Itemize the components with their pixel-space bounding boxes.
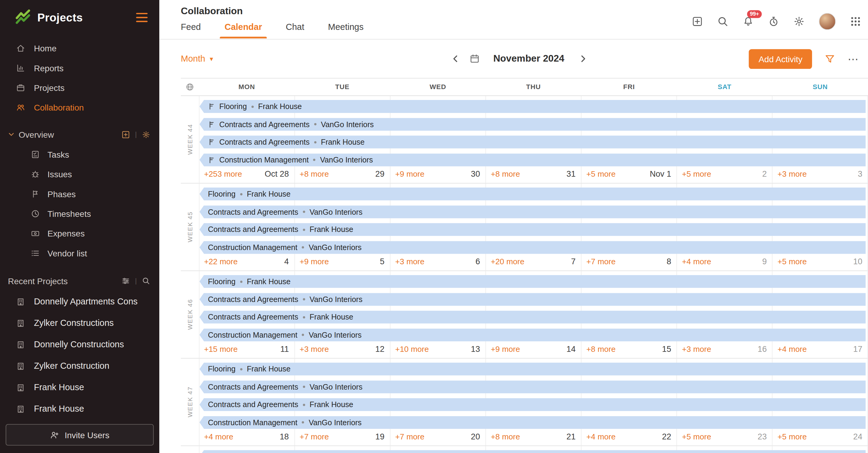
more-events-link[interactable]: +20 more <box>491 257 524 266</box>
event-bar[interactable]: Construction ManagementVanGo Interiors <box>199 416 866 429</box>
day-cell[interactable]: +253 moreOct 28 <box>199 167 294 182</box>
recent-project-donnelly-constructions[interactable]: Donnelly Constructions <box>0 334 159 355</box>
add-activity-button[interactable]: Add Activity <box>749 49 812 69</box>
more-events-link[interactable]: +5 more <box>586 169 616 179</box>
more-events-link[interactable]: +7 more <box>586 257 616 266</box>
more-events-link[interactable]: +7 more <box>395 432 425 441</box>
timezone-globe-icon[interactable] <box>185 83 194 92</box>
event-bar[interactable]: Contracts and AgreementsFrank House <box>199 398 866 411</box>
event-bar[interactable]: Construction ManagementVanGo Interiors <box>199 328 866 341</box>
overview-item-tasks[interactable]: Tasks <box>0 145 159 164</box>
overview-item-vendor-list[interactable]: Vendor list <box>0 244 159 263</box>
view-selector[interactable]: Month ▼ <box>181 54 214 64</box>
day-cell[interactable]: +4 more22 <box>581 429 677 444</box>
overview-settings-icon[interactable] <box>142 130 150 139</box>
event-bar[interactable]: FlooringFrank House <box>199 450 866 453</box>
tab-feed[interactable]: Feed <box>181 22 201 38</box>
sidebar-item-projects[interactable]: Projects <box>0 78 159 98</box>
event-bar[interactable]: FlooringFrank House <box>199 100 866 113</box>
user-avatar[interactable] <box>819 13 836 30</box>
previous-month-icon[interactable] <box>450 54 461 64</box>
day-cell[interactable]: +8 more29 <box>294 167 390 182</box>
day-cell[interactable]: +3 more12 <box>294 342 390 356</box>
recent-project-zylker-construction[interactable]: Zylker Construction <box>0 355 159 377</box>
event-bar[interactable]: Construction ManagementVanGo Interiors <box>199 241 866 254</box>
more-events-link[interactable]: +8 more <box>491 432 520 441</box>
more-events-link[interactable]: +7 more <box>300 432 329 441</box>
day-cell[interactable]: +15 more11 <box>199 342 294 356</box>
more-events-link[interactable]: +4 more <box>204 432 233 441</box>
more-events-link[interactable]: +9 more <box>491 345 520 354</box>
recent-project-frank-house[interactable]: Frank House <box>0 377 159 398</box>
more-events-link[interactable]: +5 more <box>682 432 711 441</box>
day-cell[interactable]: +5 moreNov 1 <box>581 167 677 182</box>
search-icon[interactable] <box>717 16 728 27</box>
more-events-link[interactable]: +4 more <box>778 345 807 354</box>
sidebar-item-reports[interactable]: Reports <box>0 58 159 78</box>
day-cell[interactable]: +7 more20 <box>390 429 486 444</box>
timer-icon[interactable] <box>768 16 779 27</box>
tab-calendar[interactable]: Calendar <box>224 22 262 38</box>
next-month-icon[interactable] <box>578 54 588 64</box>
filter-sliders-icon[interactable] <box>122 276 130 285</box>
day-cell[interactable]: +4 more9 <box>677 254 772 269</box>
day-cell[interactable]: +4 more18 <box>199 429 294 444</box>
tab-chat[interactable]: Chat <box>286 22 304 38</box>
notifications-bell-icon[interactable]: 99+ <box>743 16 754 27</box>
day-cell[interactable]: +7 more19 <box>294 429 390 444</box>
day-cell[interactable]: +9 more30 <box>390 167 486 182</box>
sidebar-item-home[interactable]: Home <box>0 38 159 58</box>
more-events-link[interactable]: +8 more <box>586 345 616 354</box>
tab-meetings[interactable]: Meetings <box>328 22 364 38</box>
recent-project-frank-house[interactable]: Frank House <box>0 398 159 419</box>
day-cell[interactable]: +5 more10 <box>773 254 868 269</box>
day-cell[interactable]: +8 more31 <box>486 167 581 182</box>
day-cell[interactable]: +8 more21 <box>486 429 581 444</box>
more-events-link[interactable]: +4 more <box>586 432 616 441</box>
sidebar-item-collaboration[interactable]: Collaboration <box>0 98 159 117</box>
event-bar[interactable]: Contracts and AgreementsVanGo Interiors <box>199 380 866 393</box>
day-cell[interactable]: +3 more16 <box>677 342 772 356</box>
more-options-icon[interactable]: ⋯ <box>848 54 859 64</box>
event-bar[interactable]: Contracts and AgreementsFrank House <box>199 311 866 323</box>
recent-project-zylker-constructions[interactable]: Zylker Constructions <box>0 312 159 334</box>
more-events-link[interactable]: +9 more <box>395 169 425 179</box>
day-cell[interactable]: +3 more6 <box>390 254 486 269</box>
day-cell[interactable]: +9 more5 <box>294 254 390 269</box>
project-search-icon[interactable] <box>142 276 150 285</box>
overview-item-issues[interactable]: Issues <box>0 164 159 184</box>
day-cell[interactable]: +5 more23 <box>677 429 772 444</box>
more-events-link[interactable]: +253 more <box>204 169 242 179</box>
more-events-link[interactable]: +5 more <box>778 432 807 441</box>
day-cell[interactable]: +3 more3 <box>773 167 868 182</box>
day-cell[interactable]: +10 more13 <box>390 342 486 356</box>
overview-section-header[interactable]: Overview | <box>0 124 159 144</box>
more-events-link[interactable]: +9 more <box>300 257 329 266</box>
day-cell[interactable]: +20 more7 <box>486 254 581 269</box>
more-events-link[interactable]: +8 more <box>491 169 520 179</box>
day-cell[interactable]: +8 more15 <box>581 342 677 356</box>
event-bar[interactable]: FlooringFrank House <box>199 188 866 200</box>
overview-item-expenses[interactable]: Expenses <box>0 224 159 243</box>
apps-grid-icon[interactable] <box>850 16 861 27</box>
more-events-link[interactable]: +5 more <box>778 257 807 266</box>
more-events-link[interactable]: +3 more <box>682 345 711 354</box>
event-bar[interactable]: FlooringFrank House <box>199 362 866 376</box>
day-cell[interactable]: +5 more24 <box>773 429 868 444</box>
invite-users-button[interactable]: Invite Users <box>6 424 154 446</box>
more-events-link[interactable]: +10 more <box>395 345 429 354</box>
sidebar-toggle-icon[interactable] <box>136 12 148 23</box>
calendar-icon[interactable] <box>470 54 480 64</box>
event-bar[interactable]: FlooringFrank House <box>199 275 866 288</box>
overview-item-phases[interactable]: Phases <box>0 184 159 204</box>
day-cell[interactable]: +4 more17 <box>773 342 868 356</box>
quick-add-icon[interactable] <box>692 16 703 27</box>
event-bar[interactable]: Contracts and AgreementsVanGo Interiors <box>199 293 866 305</box>
more-events-link[interactable]: +5 more <box>682 169 711 179</box>
add-overview-icon[interactable] <box>122 130 130 139</box>
settings-gear-icon[interactable] <box>793 16 805 27</box>
more-events-link[interactable]: +15 more <box>204 345 238 354</box>
more-events-link[interactable]: +8 more <box>300 169 329 179</box>
more-events-link[interactable]: +22 more <box>204 257 238 266</box>
day-cell[interactable]: +7 more8 <box>581 254 677 269</box>
